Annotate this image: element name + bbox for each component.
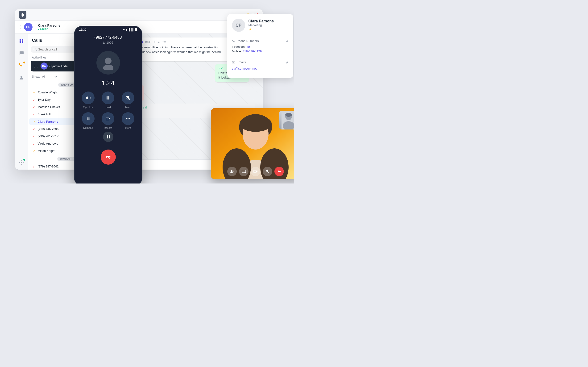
email-link[interactable]: ca@somecom.net [232,67,257,70]
toggle-video-button[interactable] [251,167,260,176]
phone-section: Phone Numbers ∧ Extention: 109 Mobile: 3… [232,36,289,57]
email-icon [232,61,235,64]
numpad-button[interactable]: Numpad [80,112,97,129]
contact-avatar: CP [232,19,245,32]
wifi-icon: ▼▲ [122,28,128,31]
svg-point-8 [21,162,22,163]
outgoing-arrow: ↗ [33,91,35,94]
header-avatar: CP [24,23,33,31]
incoming-arrow: ↙ [33,142,35,145]
video-thumbnail [279,111,294,129]
incoming-arrow: ↙ [33,98,35,101]
favorite-star[interactable]: ★ [248,27,274,31]
add-participant-button[interactable] [227,167,237,176]
more-circle [122,112,134,125]
phone-overlay: 12:30 ▼▲ ▌▌▌ ▊ (982) 772-6483 to 1005 1:… [74,26,142,184]
speaker-label: Speaker [83,106,93,108]
svg-rect-33 [107,135,108,138]
phone-duration: 1:24 [74,77,142,92]
phone-avatar-container [74,46,142,77]
titlebar [15,9,263,21]
email-section-header: Emails ∧ [232,60,289,64]
options-icon[interactable]: ⋮ [19,25,23,29]
more-button[interactable]: More [120,112,136,129]
mute-label: Mute [125,106,131,108]
filter-select[interactable]: All Missed Incoming Outgoing [41,75,57,79]
toggle-mute-video-button[interactable] [263,167,272,176]
svg-rect-0 [21,13,21,16]
extension-link[interactable]: 109 [246,45,252,49]
nav-icon-apps[interactable] [17,37,26,45]
svg-point-20 [87,117,88,118]
incoming-arrow: ↙ [33,105,35,109]
message-timestamp: 19:33 [145,41,151,43]
phone-section-header: Phone Numbers ∧ [232,39,289,43]
phone-time-display: 12:30 [79,28,87,31]
phone-section-title: Phone Numbers [232,39,259,43]
svg-rect-49 [254,170,256,173]
star-action-icon[interactable]: ☆ [153,40,156,44]
svg-point-32 [129,118,130,119]
video-actions [211,167,294,176]
extension-detail: Extention: 109 [232,45,289,49]
thumbnail-silhouette-icon [281,111,294,129]
person-silhouette-icon [101,56,115,70]
mute-button[interactable]: Mute [120,92,136,108]
pause-button[interactable] [103,132,113,142]
screenshare-button[interactable] [239,167,248,176]
svg-rect-48 [242,170,246,173]
svg-rect-6 [22,41,23,43]
incoming-arrow: ↙ [33,165,35,168]
svg-point-46 [285,113,292,117]
svg-rect-4 [22,39,23,41]
read-ticks: ✓✓ [218,67,223,70]
nav-icon-chat[interactable] [17,49,26,57]
svg-rect-16 [108,96,109,100]
svg-point-23 [87,118,88,119]
mobile-detail: Mobile: 318-636-4129 [232,50,289,53]
contact-card: CP Ciara Parsons Marketing ★ Phone Numbe… [227,14,293,78]
svg-point-30 [126,118,127,119]
phone-status-bar: 12:30 ▼▲ ▌▌▌ ▊ [74,26,142,32]
svg-rect-5 [20,41,21,43]
phone-end-button[interactable] [101,150,116,165]
phone-call-to: to 1005 [74,41,142,46]
svg-point-31 [128,118,129,119]
email-section-title: Emails [232,60,246,64]
nav-icon-contacts[interactable] [17,73,26,82]
svg-rect-2 [23,14,24,16]
logo-icon [19,11,26,19]
thumbnail-person [279,111,294,129]
mobile-link[interactable]: 318-636-4129 [243,50,262,53]
incoming-arrow: ↙ [33,127,35,131]
hold-button[interactable]: Hold [100,92,116,108]
video-main [211,108,294,179]
search-icon [33,48,37,51]
record-button[interactable]: Record [100,112,116,129]
collapse-phone-icon[interactable]: ∧ [286,39,289,43]
hold-circle [102,92,114,104]
svg-point-22 [89,117,89,118]
drag-icon: ⋮⋮ [33,64,39,68]
speaker-button[interactable]: Speaker [80,92,97,108]
incoming-arrow: ↙ [33,113,35,116]
more-action-icon[interactable]: ••• [163,40,166,44]
phone-status-icons: ▼▲ ▌▌▌ ▊ [122,28,137,31]
nav-icon-phone[interactable] [17,61,26,70]
header-contact-name: Ciara Parsons [38,24,240,27]
reply-action-icon[interactable]: ↩ [158,40,161,44]
svg-point-14 [103,65,113,70]
nav-icon-settings[interactable] [17,158,26,167]
phone-contact-avatar [97,51,120,75]
active-call-avatar: CA [41,63,48,70]
end-video-button[interactable] [274,167,284,176]
numpad-circle [82,112,95,125]
signal-icon: ▌▌▌ [129,28,134,31]
phone-icon [232,39,235,43]
end-call-container [74,143,142,169]
collapse-email-icon[interactable]: ∧ [286,60,289,64]
calls-title: Calls [32,38,42,43]
contact-name: Ciara Parsons [248,19,274,23]
record-label: Record [104,126,112,129]
svg-rect-34 [109,135,110,138]
